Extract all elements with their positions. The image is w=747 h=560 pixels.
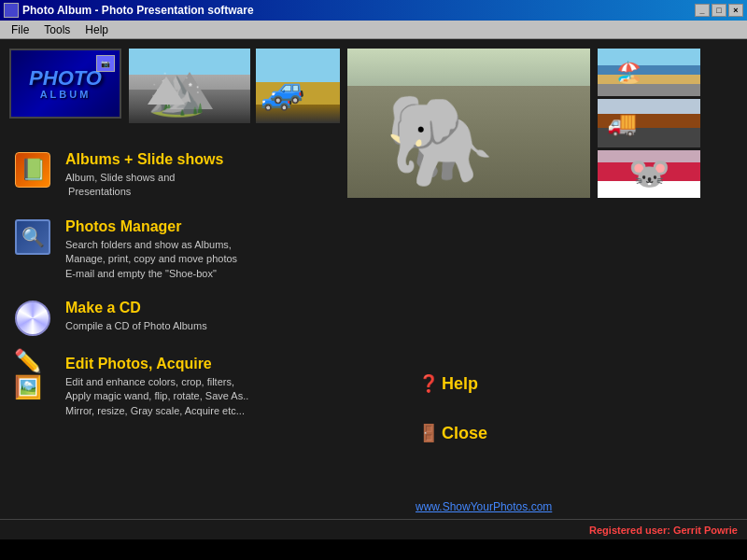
status-bar: Registered user: Gerrit Powrie bbox=[0, 519, 747, 539]
logo-photo-text: PHOTO bbox=[29, 68, 102, 89]
action-buttons: ❓ Help 🚪 Close bbox=[416, 371, 487, 465]
edit-text: Edit Photos, Acquire Edit and enhance co… bbox=[65, 356, 439, 418]
photos-icon: 🔍 bbox=[9, 218, 56, 256]
logo-album-text: ALBUM bbox=[40, 89, 92, 100]
app-icon bbox=[4, 3, 19, 18]
minimize-button[interactable]: _ bbox=[695, 4, 710, 17]
cd-title[interactable]: Make a CD bbox=[65, 300, 439, 316]
photo-minnie: 🐭 bbox=[598, 150, 700, 198]
photo-mountain: ⛰️ bbox=[129, 49, 250, 123]
menu-help[interactable]: Help bbox=[78, 21, 116, 38]
photo-beach: 🏖️ bbox=[598, 49, 700, 96]
cd-text: Make a CD Compile a CD of Photo Albums bbox=[65, 300, 439, 333]
main-content: PHOTO ALBUM 📷 ⛰️ 🚙 🐘 🏖️ bbox=[0, 39, 747, 539]
close-label: Close bbox=[442, 424, 487, 443]
window-controls: _ □ × bbox=[695, 4, 743, 17]
photos-section: 🔍 Photos Manager Search folders and show… bbox=[9, 218, 439, 281]
help-icon: ❓ bbox=[416, 371, 442, 397]
edit-icon: ✏️🖼️ bbox=[9, 356, 56, 393]
right-thumbnails: 🏖️ 🚚 🐭 bbox=[598, 49, 700, 198]
title-bar: Photo Album - Photo Presentation softwar… bbox=[0, 0, 747, 21]
photos-title[interactable]: Photos Manager bbox=[65, 218, 439, 235]
photos-desc: Search folders and show as Albums,Manage… bbox=[65, 238, 439, 281]
close-icon: 🚪 bbox=[416, 420, 442, 446]
close-button[interactable]: × bbox=[728, 4, 743, 17]
albums-text: Albums + Slide shows Album, Slide shows … bbox=[65, 151, 439, 200]
albums-icon: 📗 bbox=[9, 151, 56, 189]
menu-sections: 📗 Albums + Slide shows Album, Slide show… bbox=[9, 151, 439, 437]
albums-desc: Album, Slide shows and Presentations bbox=[65, 171, 439, 200]
cd-section: Make a CD Compile a CD of Photo Albums bbox=[9, 300, 439, 337]
status-text: Registered user: Gerrit Powrie bbox=[589, 525, 738, 536]
edit-section: ✏️🖼️ Edit Photos, Acquire Edit and enhan… bbox=[9, 356, 439, 418]
albums-section: 📗 Albums + Slide shows Album, Slide show… bbox=[9, 151, 439, 200]
help-label: Help bbox=[442, 374, 478, 394]
help-button[interactable]: ❓ Help bbox=[416, 371, 487, 397]
edit-title[interactable]: Edit Photos, Acquire bbox=[65, 356, 439, 372]
window-title: Photo Album - Photo Presentation softwar… bbox=[22, 4, 695, 17]
photo-truck: 🚚 bbox=[598, 99, 700, 147]
cd-icon bbox=[9, 300, 56, 337]
app-logo: PHOTO ALBUM 📷 bbox=[9, 49, 121, 119]
menu-tools[interactable]: Tools bbox=[36, 21, 78, 38]
logo-icon: 📷 bbox=[96, 55, 115, 72]
menu-file[interactable]: File bbox=[4, 21, 36, 38]
photo-jeep: 🚙 bbox=[256, 49, 340, 123]
photos-text: Photos Manager Search folders and show a… bbox=[65, 218, 439, 281]
website-link[interactable]: www.ShowYourPhotos.com bbox=[416, 500, 552, 513]
cd-desc: Compile a CD of Photo Albums bbox=[65, 319, 439, 333]
edit-desc: Edit and enhance colors, crop, filters,A… bbox=[65, 375, 439, 418]
albums-title[interactable]: Albums + Slide shows bbox=[65, 151, 439, 168]
close-action-button[interactable]: 🚪 Close bbox=[416, 420, 487, 446]
maximize-button[interactable]: □ bbox=[712, 4, 726, 17]
menu-bar: File Tools Help bbox=[0, 21, 747, 39]
